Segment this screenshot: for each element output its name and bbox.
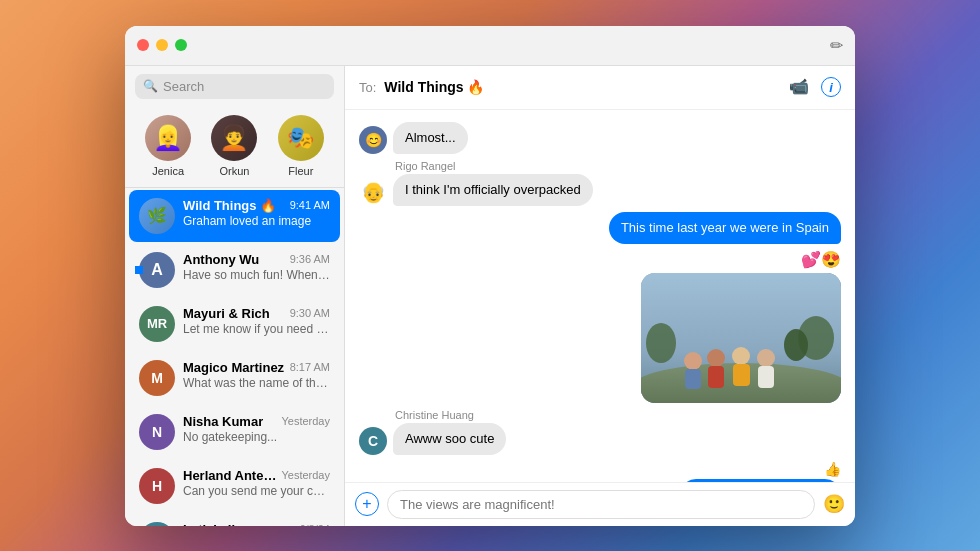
message-photo: 💕😍 <box>359 250 841 403</box>
msg-bubble-wrap-spain: This time last year we were in Spain <box>609 212 841 244</box>
title-bar: ✏ <box>125 26 855 66</box>
conv-header-leticia-ibarra: Leticia Ibarra 6/8/24 <box>183 522 330 526</box>
msg-bubble-wrap-cute: C Awww soo cute <box>359 423 506 455</box>
emoji-button[interactable]: 🙂 <box>823 493 845 515</box>
msg-bubble-almost: Almost... <box>393 122 468 154</box>
photo-bubble <box>641 273 841 403</box>
message-almost: 😊 Almost... <box>359 122 841 154</box>
conv-content-nisha-kumar: Nisha Kumar Yesterday No gatekeeping... <box>183 414 330 444</box>
msg-sender-christine: Christine Huang <box>359 409 474 421</box>
msg-bubble-overpacked: I think I'm officially overpacked <box>393 174 593 206</box>
conversation-item-anthony-wu[interactable]: A Anthony Wu 9:36 AM Have so much fun! W… <box>129 244 340 296</box>
conv-time-magico-martinez: 8:17 AM <box>290 361 330 373</box>
search-bar[interactable]: 🔍 Search <box>135 74 334 99</box>
conv-header-nisha-kumar: Nisha Kumar Yesterday <box>183 414 330 429</box>
compose-button[interactable]: ✏ <box>830 36 843 55</box>
photo-bubble-inner <box>641 273 841 403</box>
conv-header-herland-antezana: Herland Antezana Yesterday <box>183 468 330 483</box>
conv-preview-anthony-wu: Have so much fun! When are you back? <box>183 268 330 282</box>
conv-time-herland-antezana: Yesterday <box>281 469 330 481</box>
svg-point-2 <box>646 323 676 363</box>
avatar-fleur: 🎭 <box>278 115 324 161</box>
conversation-item-wild-things[interactable]: 🌿 Wild Things 🔥 9:41 AM Graham loved an … <box>129 190 340 242</box>
conv-name-leticia-ibarra: Leticia Ibarra <box>183 522 264 526</box>
info-icon[interactable]: i <box>821 77 841 97</box>
conv-content-herland-antezana: Herland Antezana Yesterday Can you send … <box>183 468 330 498</box>
conversation-item-herland-antezana[interactable]: H Herland Antezana Yesterday Can you sen… <box>129 460 340 512</box>
conv-time-anthony-wu: 9:36 AM <box>290 253 330 265</box>
pinned-contacts: 👱‍♀️ Jenica 🧑‍🦱 Orkun 🎭 Fleur <box>125 107 344 188</box>
conv-avatar-leticia-ibarra: L <box>139 522 175 526</box>
message-cute: Christine Huang C Awww soo cute <box>359 409 841 455</box>
conv-avatar-magico-martinez: M <box>139 360 175 396</box>
conversation-item-mayuri-rich[interactable]: MR Mayuri & Rich 9:30 AM Let me know if … <box>129 298 340 350</box>
conversation-item-leticia-ibarra[interactable]: L Leticia Ibarra 6/8/24 I'll bring my bi… <box>129 514 340 526</box>
svg-point-5 <box>684 352 702 370</box>
conv-avatar-wild-things: 🌿 <box>139 198 175 234</box>
conv-time-wild-things: 9:41 AM <box>290 199 330 211</box>
conv-content-anthony-wu: Anthony Wu 9:36 AM Have so much fun! Whe… <box>183 252 330 282</box>
add-attachment-button[interactable]: + <box>355 492 379 516</box>
traffic-lights <box>137 39 187 51</box>
chat-panel: To: Wild Things 🔥 📹 i 😊 Almost... <box>345 66 855 526</box>
msg-bubble-wrap-almost: 😊 Almost... <box>359 122 468 154</box>
conv-preview-herland-antezana: Can you send me your chocolate chip cook… <box>183 484 330 498</box>
avatar-jenica: 👱‍♀️ <box>145 115 191 161</box>
app-window: ✏ 🔍 Search 👱‍♀️ Jenica 🧑‍🦱 <box>125 26 855 526</box>
conv-name-mayuri-rich: Mayuri & Rich <box>183 306 270 321</box>
svg-point-9 <box>732 347 750 365</box>
conv-preview-nisha-kumar: No gatekeeping... <box>183 430 330 444</box>
conv-content-wild-things: Wild Things 🔥 9:41 AM Graham loved an im… <box>183 198 330 228</box>
conv-name-herland-antezana: Herland Antezana <box>183 468 277 483</box>
msg-avatar-m2: 👴 <box>359 178 387 206</box>
msg-bubble-spain: This time last year we were in Spain <box>609 212 841 244</box>
svg-point-4 <box>784 329 808 361</box>
conv-content-mayuri-rich: Mayuri & Rich 9:30 AM Let me know if you… <box>183 306 330 336</box>
conv-avatar-nisha-kumar: N <box>139 414 175 450</box>
msg-bubble-cute: Awww soo cute <box>393 423 506 455</box>
svg-point-7 <box>707 349 725 367</box>
film-reaction: 👍 <box>824 461 841 477</box>
message-input[interactable] <box>387 490 815 519</box>
minimize-button[interactable] <box>156 39 168 51</box>
contact-name-fleur: Fleur <box>288 165 313 177</box>
conv-avatar-anthony-wu: A <box>139 252 175 288</box>
conv-name-magico-martinez: Magico Martinez <box>183 360 284 375</box>
conv-preview-wild-things: Graham loved an image <box>183 214 330 228</box>
conv-name-wild-things: Wild Things 🔥 <box>183 198 276 213</box>
chat-header: To: Wild Things 🔥 📹 i <box>345 66 855 110</box>
msg-bubble-wrap-overpacked: 👴 I think I'm officially overpacked <box>359 174 593 206</box>
svg-rect-8 <box>708 366 724 388</box>
svg-point-11 <box>757 349 775 367</box>
conv-avatar-herland-antezana: H <box>139 468 175 504</box>
svg-rect-10 <box>733 364 750 386</box>
chat-input-bar: + 🙂 <box>345 482 855 526</box>
pinned-contact-orkun[interactable]: 🧑‍🦱 Orkun <box>211 115 257 177</box>
main-content: 🔍 Search 👱‍♀️ Jenica 🧑‍🦱 Orkun <box>125 66 855 526</box>
photo-reaction: 💕😍 <box>801 250 841 269</box>
pinned-contact-fleur[interactable]: 🎭 Fleur <box>278 115 324 177</box>
chat-recipient-name: Wild Things 🔥 <box>384 79 781 95</box>
message-overpacked: Rigo Rangel 👴 I think I'm officially ove… <box>359 160 841 206</box>
contact-name-jenica: Jenica <box>152 165 184 177</box>
message-spain: This time last year we were in Spain <box>359 212 841 244</box>
avatar-orkun: 🧑‍🦱 <box>211 115 257 161</box>
contact-name-orkun: Orkun <box>220 165 250 177</box>
conv-avatar-mayuri-rich: MR <box>139 306 175 342</box>
sidebar: 🔍 Search 👱‍♀️ Jenica 🧑‍🦱 Orkun <box>125 66 345 526</box>
conv-content-magico-martinez: Magico Martinez 8:17 AM What was the nam… <box>183 360 330 390</box>
conv-header-magico-martinez: Magico Martinez 8:17 AM <box>183 360 330 375</box>
close-button[interactable] <box>137 39 149 51</box>
msg-avatar-m1: 😊 <box>359 126 387 154</box>
fullscreen-button[interactable] <box>175 39 187 51</box>
svg-rect-12 <box>758 366 774 388</box>
conversation-item-magico-martinez[interactable]: M Magico Martinez 8:17 AM What was the n… <box>129 352 340 404</box>
conv-header-anthony-wu: Anthony Wu 9:36 AM <box>183 252 330 267</box>
video-call-icon[interactable]: 📹 <box>789 77 809 97</box>
search-placeholder: Search <box>163 79 204 94</box>
msg-avatar-m5: C <box>359 427 387 455</box>
conv-name-anthony-wu: Anthony Wu <box>183 252 259 267</box>
pinned-contact-jenica[interactable]: 👱‍♀️ Jenica <box>145 115 191 177</box>
conv-preview-mayuri-rich: Let me know if you need a ride! <box>183 322 330 336</box>
conversation-item-nisha-kumar[interactable]: N Nisha Kumar Yesterday No gatekeeping..… <box>129 406 340 458</box>
